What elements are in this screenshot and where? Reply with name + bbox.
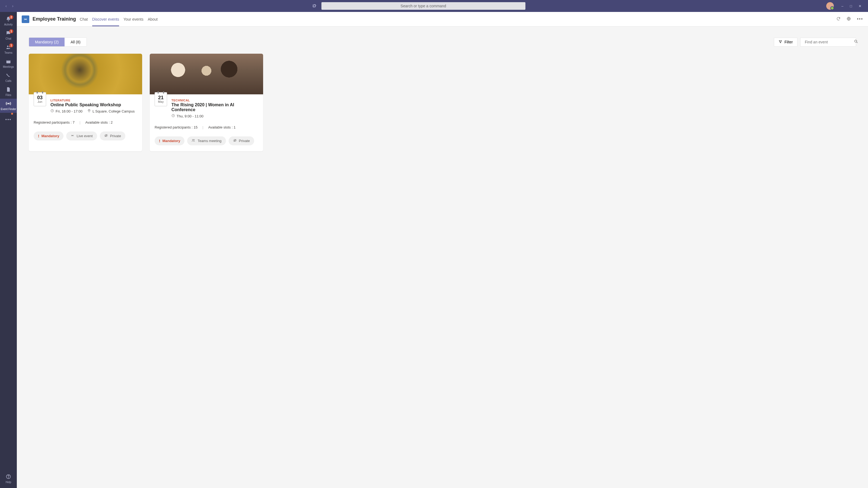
event-body: 21 May TECHNICAL The Rising 2020 | Women…: [150, 94, 263, 130]
rail-calls[interactable]: Calls: [0, 70, 17, 85]
chat-icon: 1: [6, 30, 11, 37]
nav-forward-icon[interactable]: ›: [12, 4, 13, 8]
rail-activity[interactable]: 2 Activity: [0, 14, 17, 28]
available-slots: Available slots : 1: [208, 125, 236, 129]
event-title: The Rising 2020 | Women in AI Conference: [172, 102, 258, 112]
exclamation-icon: !: [159, 139, 160, 143]
controls-right: Filter: [774, 38, 856, 46]
broadcast-icon: [6, 101, 11, 107]
app-icon: [22, 15, 29, 23]
date-month: Jun: [37, 100, 42, 103]
rail-files[interactable]: Files: [0, 85, 17, 99]
date-month: May: [158, 100, 164, 103]
global-search[interactable]: Search or type a command: [321, 2, 525, 10]
rail-help[interactable]: Help: [0, 472, 17, 486]
event-search[interactable]: [800, 38, 856, 46]
chip-live-event: Live event: [66, 131, 97, 140]
segment-all[interactable]: All (8): [65, 38, 87, 46]
rail-chat[interactable]: 1 Chat: [0, 28, 17, 42]
teams-icon: 1: [6, 44, 11, 51]
clock-icon: [172, 114, 175, 118]
rail-label: Activity: [4, 23, 13, 26]
rail-label: Help: [6, 481, 11, 484]
main-area: Employee Training Chat Discover events Y…: [17, 12, 868, 488]
globe-icon[interactable]: [846, 17, 851, 22]
header-actions: •••: [836, 17, 863, 22]
event-meta: Fri, 16:00 - 17:00 L Square, College Cam…: [51, 109, 137, 113]
history-nav: ‹ ›: [2, 4, 17, 8]
svg-point-10: [855, 40, 857, 42]
refresh-icon[interactable]: [836, 17, 841, 22]
minimize-icon[interactable]: –: [841, 4, 843, 8]
date-badge: 03 Jun: [34, 92, 46, 106]
event-category: TECHNICAL: [172, 99, 258, 102]
event-location: L Square, College Campus: [93, 109, 135, 113]
tab-discover-events[interactable]: Discover events: [92, 12, 119, 26]
rail-meetings[interactable]: Meetings: [0, 56, 17, 70]
close-icon[interactable]: ✕: [859, 4, 862, 8]
svg-rect-4: [6, 60, 10, 61]
filter-button[interactable]: Filter: [774, 38, 798, 46]
eye-off-icon: [233, 138, 237, 143]
nav-back-icon[interactable]: ‹: [5, 4, 7, 8]
search-icon: [854, 39, 858, 45]
rail-label: Meetings: [3, 65, 14, 68]
bell-icon: 2: [6, 16, 11, 23]
svg-point-7: [8, 478, 8, 478]
segment-control: Mandatory (2) All (8): [29, 37, 87, 46]
svg-point-13: [72, 135, 73, 136]
event-meta: Thu, 9:00 - 11:00: [172, 114, 258, 118]
chip-mandatory: ! Mandatory: [155, 136, 184, 145]
rail-event-finder[interactable]: Event Finder: [0, 99, 17, 113]
user-avatar[interactable]: [826, 2, 834, 10]
rail-label: Files: [5, 94, 11, 97]
tabs: Chat Discover events Your events About: [80, 12, 158, 26]
svg-point-16: [192, 139, 193, 140]
exclamation-icon: !: [38, 134, 39, 138]
svg-point-12: [89, 110, 90, 111]
event-card[interactable]: 03 Jun LITERATURE Online Public Speaking…: [29, 54, 142, 151]
svg-point-8: [25, 19, 26, 20]
registered-count: Registered participants : 15: [155, 125, 197, 129]
event-card[interactable]: 21 May TECHNICAL The Rising 2020 | Women…: [150, 54, 263, 151]
event-stats: Registered participants : 15 | Available…: [155, 125, 258, 129]
notification-dot-icon: [11, 113, 13, 115]
filter-icon: [778, 40, 782, 44]
registered-count: Registered participants : 7: [34, 120, 74, 124]
location-icon: [87, 109, 91, 113]
rail-label: Teams: [4, 51, 12, 54]
event-time: Thu, 9:00 - 11:00: [177, 114, 204, 118]
chip-private: Private: [100, 131, 125, 140]
more-icon[interactable]: •••: [857, 17, 863, 22]
event-search-input[interactable]: [803, 38, 854, 46]
event-chips: ! Mandatory Teams meeting Private: [150, 130, 263, 151]
phone-icon: [6, 73, 11, 79]
clock-icon: [51, 109, 54, 113]
content: Mandatory (2) All (8) Filter: [17, 27, 868, 162]
chip-private: Private: [229, 136, 254, 145]
tab-about[interactable]: About: [148, 12, 158, 26]
controls-row: Mandatory (2) All (8) Filter: [29, 37, 856, 46]
svg-point-5: [8, 103, 9, 104]
filter-label: Filter: [784, 40, 793, 44]
maximize-icon[interactable]: □: [850, 4, 852, 8]
compose-icon[interactable]: [312, 4, 316, 8]
global-search-placeholder: Search or type a command: [401, 4, 446, 8]
chip-teams-meeting: Teams meeting: [187, 136, 226, 145]
tab-chat[interactable]: Chat: [80, 12, 88, 26]
segment-mandatory[interactable]: Mandatory (2): [29, 38, 65, 46]
event-hero-image: [29, 54, 142, 94]
date-day: 03: [37, 95, 42, 100]
badge: 1: [9, 43, 13, 47]
rail-more[interactable]: •••: [0, 113, 17, 127]
event-title: Online Public Speaking Workshop: [51, 102, 137, 107]
rail-label: Calls: [5, 79, 11, 83]
more-icon: •••: [5, 118, 12, 122]
rail-teams[interactable]: 1 Teams: [0, 42, 17, 56]
window-controls: – □ ✕: [837, 4, 866, 8]
rail-label: Event Finder: [1, 108, 16, 110]
svg-point-17: [194, 139, 195, 140]
event-time: Fri, 16:00 - 17:00: [56, 109, 83, 113]
tab-your-events[interactable]: Your events: [123, 12, 143, 26]
eye-off-icon: [104, 134, 108, 138]
